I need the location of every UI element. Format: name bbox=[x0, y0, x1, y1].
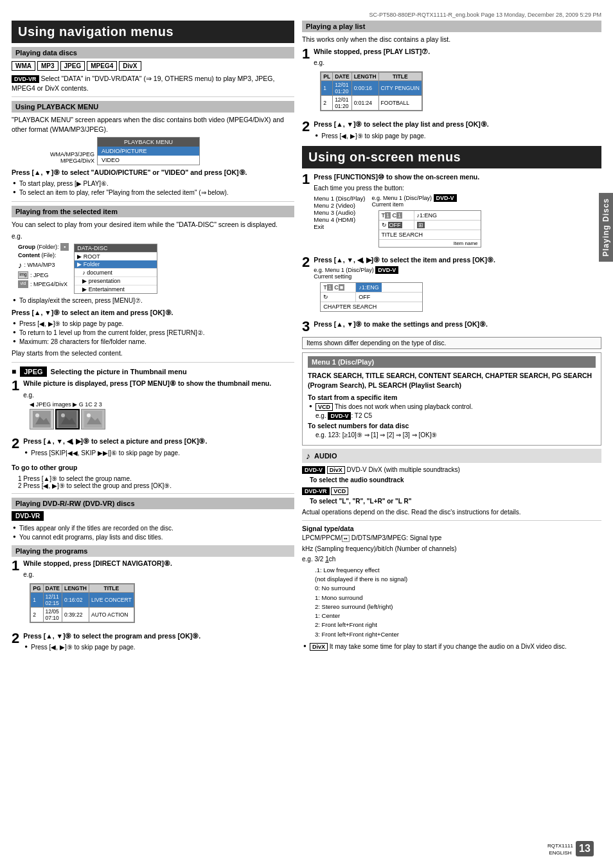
group-name-arrow: ◀ JPEG images ▶ G 1C 2 3 bbox=[30, 401, 102, 408]
right-column: Playing a play list This works only when… bbox=[302, 21, 601, 657]
jpeg-step-2: 2 Press [▲, ▼, ◀, ▶]⑨ to select a pictur… bbox=[12, 437, 294, 458]
jpeg-step1-title: While picture is displayed, press [TOP M… bbox=[23, 379, 294, 388]
dvd-vr-step-2: 2 Press [▲, ▼]⑨ to select the program an… bbox=[12, 631, 294, 653]
selected-item-eg: e.g. bbox=[12, 232, 294, 241]
tag-mp3: MP3 bbox=[37, 61, 58, 71]
note-box: Items shown differ depending on the type… bbox=[302, 337, 601, 349]
mpeg4-label: vid : MPEG4/DivX bbox=[18, 280, 69, 288]
audio-label: AUDIO bbox=[314, 452, 337, 460]
divx-tag: DivX bbox=[327, 466, 345, 474]
svg-point-2 bbox=[35, 413, 39, 417]
to-start-specific: To start from a specific item bbox=[308, 393, 596, 401]
dvd-vr-tag-row: DVD-VR bbox=[12, 511, 294, 521]
music-icon: ♪ bbox=[306, 451, 310, 461]
onscreen-eg-label: e.g. Menu 1 (Disc/Play) DVD-V bbox=[372, 195, 481, 201]
onscreen-menu-list: Menu 1 (Disc/Play) Menu 2 (Video) Menu 3… bbox=[314, 195, 365, 250]
playback-instruction: Press [▲, ▼]⑨ to select "AUDIO/PICTURE" … bbox=[12, 168, 294, 177]
ch-item-6: 1: Center bbox=[315, 611, 601, 620]
dvd-vr-step2-bullet: Press [◀, ▶]⑨ to skip page by page. bbox=[31, 643, 294, 652]
ch-item-2: (not displayed if there is no signal) bbox=[315, 575, 601, 584]
dvd-vr-bullet-1: Titles appear only if the titles are rec… bbox=[19, 524, 294, 533]
selected-bullet-2: Press [◀, ▶]⑨ to skip page by page. bbox=[19, 320, 294, 329]
format-tags: WMA MP3 JPEG MPEG4 DivX bbox=[12, 61, 294, 71]
dvdv-divx-text: DVD-V DivX DVD-V DivX (with multiple sou… bbox=[302, 466, 601, 475]
onscreen-step2-eg: e.g. Menu 1 (Disc/Play) DVD-V bbox=[314, 267, 601, 273]
menu1-box: Menu 1 (Disc/Play) TRACK SEARCH, TITLE S… bbox=[302, 352, 601, 445]
tag-jpeg: JPEG bbox=[60, 61, 85, 71]
playback-menu-header: Using PLAYBACK MENU bbox=[12, 101, 294, 113]
dvd-vr-note: DVD-VR Select "DATA" in "DVD-VR/DATA" (⇒… bbox=[12, 74, 294, 93]
tag-wma: WMA bbox=[12, 61, 35, 71]
diagram-label-mpeg: MPEG4/DivX bbox=[50, 158, 94, 164]
selected-item-header: Playing from the selected item bbox=[12, 206, 294, 217]
signal-type-label: Signal type/data bbox=[302, 525, 601, 532]
playing-data-discs-header: Playing data discs bbox=[12, 47, 294, 59]
programs-header: Playing the programs bbox=[12, 545, 294, 557]
playback-video-option: VIDEO bbox=[98, 156, 199, 165]
ch-items: .1: Low frequency effect (not displayed … bbox=[315, 566, 601, 639]
khz-body: kHz (Sampling frequency)/bit/ch (Number … bbox=[302, 545, 601, 554]
group-label: Group (Folder): ▪ bbox=[18, 244, 69, 250]
dvdvr-tag2: DVD-VR bbox=[302, 487, 330, 495]
eg-body: e.g. 3/2 1ch bbox=[302, 555, 601, 564]
onscreen-current-label: Current item bbox=[372, 201, 481, 208]
playlist-step-2: 2 Press [▲, ▼]⑨ to select the play list … bbox=[302, 120, 601, 141]
wma-mp3-label: ♪ : WMA/MP3 bbox=[18, 260, 69, 270]
left-column: Using navigation menus Playing data disc… bbox=[12, 21, 294, 657]
ch-item-5: 2: Stereo surround (left/right) bbox=[315, 602, 601, 611]
playlist-step2-bullet: Press [◀, ▶]⑨ to skip page by page. bbox=[321, 132, 601, 141]
dvdv-tag: DVD-V bbox=[302, 466, 325, 474]
vcd-note: VCD This does not work when using playba… bbox=[315, 402, 596, 411]
dvd-vr-step-1: 1 While stopped, press [DIRECT NAVIGATOR… bbox=[12, 559, 294, 626]
tag-mpeg4: MPEG4 bbox=[87, 61, 117, 71]
other-group-2: 2 Press [◀, ▶]⑨ to select the group and … bbox=[18, 482, 294, 489]
playlist-eg: e.g. bbox=[314, 59, 601, 68]
menu1-title: Menu 1 (Disc/Play) bbox=[308, 356, 596, 368]
track-search-text: TRACK SEARCH, TITLE SEARCH, CONTENT SEAR… bbox=[308, 371, 596, 390]
jpeg-tag: JPEG bbox=[20, 366, 46, 377]
playback-bullet-1: To start play, press [▶ PLAY]⑥. bbox=[19, 179, 294, 188]
audio-heading: ♪ AUDIO bbox=[302, 449, 601, 463]
eg1: e.g. DVD-V: T2 C5 bbox=[315, 411, 596, 420]
side-label: Playing Discs bbox=[599, 193, 613, 262]
ch-item-7: 2: Front left+Front right bbox=[315, 620, 601, 629]
playback-menu-title: PLAYBACK MENU bbox=[98, 138, 199, 147]
jpeg-title: Selecting the picture in Thumbnail menu bbox=[51, 368, 187, 375]
dvd-vr-bullet-2: You cannot edit programs, play lists and… bbox=[19, 533, 294, 542]
playlist-step1-title: While stopped, press [PLAY LIST]⑦. bbox=[314, 47, 601, 57]
playlist-step2-title: Press [▲, ▼]⑨ to select the play list an… bbox=[314, 120, 601, 129]
content-label: Content (File): bbox=[18, 252, 69, 258]
actual-ops: Actual operations depend on the disc. Re… bbox=[302, 508, 601, 517]
to-select-audio: To select the audio soundtrack bbox=[310, 476, 601, 485]
onscreen-step2-title: Press [▲, ▼, ◀, ▶]⑨ to select the item a… bbox=[314, 255, 601, 265]
to-select-lr: To select "L", "R", "L+R" or "L R" bbox=[310, 497, 601, 506]
ch-item-8: 3: Front left+Front right+Center bbox=[315, 630, 601, 639]
onscreen-current-setting: Current setting bbox=[314, 273, 601, 280]
signal-type-body: LPCM/PPCM/▪▪ D/DTS/MP3/MPEG: Signal type bbox=[302, 534, 601, 543]
dvd-vr-header: Playing DVD-R/-RW (DVD-VR) discs bbox=[12, 498, 294, 509]
program-table: PGDATELENGTHTITLE 112/1102:150:16:02LIVE… bbox=[30, 583, 134, 623]
file-tree: DATA-DISC ▶ ROOT ▶ Folder ♪ document ▶ p… bbox=[74, 244, 157, 294]
selected-item-body: You can select to play from your desired… bbox=[12, 220, 294, 230]
selected-bullet-3: To return to 1 level up from the current… bbox=[19, 329, 294, 338]
to-select-numbers: To select numbers for data disc bbox=[308, 422, 596, 429]
playlist-header: Playing a play list bbox=[302, 21, 601, 32]
data-disc-diagram: Group (Folder): ▪ Content (File): ♪ : WM… bbox=[18, 244, 294, 294]
onscreen-diagram-2: T1 C■ ♪1:ENG ↻ OFF CHAPTER SEARCH bbox=[320, 282, 423, 312]
playback-audio-option: AUDIO/PICTURE bbox=[98, 147, 199, 156]
ch-item-3: 0: No surround bbox=[315, 584, 601, 593]
eg2: e.g. 123: [≥10]⑨ ⇒ [1] ⇒ [2] ⇒ [3] ⇒ [OK… bbox=[315, 431, 596, 440]
onscreen-step3-title: Press [▲, ▼]⑨ to make the settings and p… bbox=[314, 320, 601, 329]
selected-bullet-4: Maximum: 28 characters for file/folder n… bbox=[19, 338, 294, 347]
jpeg-eg: e.g. bbox=[23, 391, 294, 400]
vcd-tag: VCD bbox=[315, 403, 333, 411]
dvd-vr-tag: DVD-VR bbox=[12, 75, 39, 83]
svg-point-5 bbox=[61, 413, 65, 417]
playback-bullet-2: To select an item to play, refer "Playin… bbox=[19, 188, 294, 197]
rqtx-label: RQTX1111ENGLISH bbox=[547, 843, 573, 856]
jpeg-step2-title: Press [▲, ▼, ◀, ▶]⑨ to select a picture … bbox=[23, 437, 294, 446]
onscreen-step-1: 1 Press [FUNCTIONS]⑩ to show the on-scre… bbox=[302, 172, 601, 250]
svg-point-8 bbox=[87, 413, 91, 417]
divx-tag2: DivX bbox=[310, 643, 328, 651]
other-group-1: 1 Press [▲]⑨ to select the group name. bbox=[18, 475, 294, 482]
